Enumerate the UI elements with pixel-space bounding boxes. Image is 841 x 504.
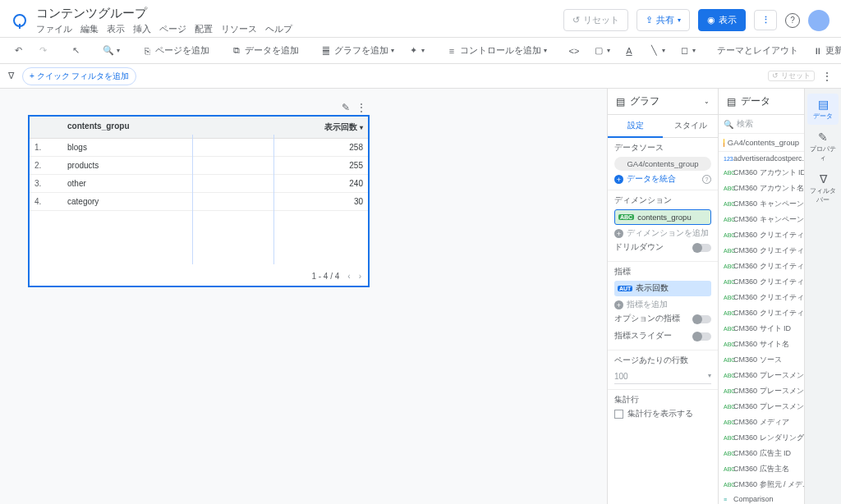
view-button[interactable]: ◉表示 <box>698 9 746 31</box>
reset-button[interactable]: ↺リセット <box>563 9 628 31</box>
text-button[interactable]: A <box>619 43 639 59</box>
quick-filter-button[interactable]: + クイック フィルタを追加 <box>22 67 136 85</box>
more-button[interactable]: ⋮ <box>754 10 777 30</box>
add-dimension-button[interactable]: +ディメンションを追加 <box>614 228 711 239</box>
filter-more-icon[interactable]: ⋮ <box>821 70 833 83</box>
field-item[interactable]: ≡Comparison <box>719 493 804 504</box>
menu-insert[interactable]: 挿入 <box>133 23 151 35</box>
field-item[interactable]: ABCCM360 プレースメン... <box>719 399 804 415</box>
redo-button[interactable]: ↷ <box>33 43 53 59</box>
field-item[interactable]: 123advertiseradcostperc... <box>719 152 804 165</box>
chart-more-icon[interactable]: ⋮ <box>356 102 366 113</box>
field-item[interactable]: ABCCM360 クリエイティ... <box>719 243 804 259</box>
theme-button[interactable]: テーマとレイアウト <box>713 42 802 59</box>
embed-button[interactable]: <> <box>564 43 584 59</box>
field-item[interactable]: ABCCM360 クリエイティ... <box>719 290 804 305</box>
shape-button[interactable]: ◻▾ <box>674 43 700 59</box>
field-item[interactable]: ABCCM360 メディア <box>719 415 804 430</box>
field-item[interactable]: ABCCM360 サイト ID <box>719 321 804 337</box>
filter-icon: ∇ <box>8 71 14 81</box>
field-type-icon: ABC <box>724 482 730 488</box>
blend-data-button[interactable]: +データを統合? <box>614 174 711 185</box>
menu-resource[interactable]: リソース <box>221 23 257 35</box>
table-row[interactable]: 1.blogs258 <box>30 139 368 157</box>
field-item[interactable]: ABCCM360 広告主名 <box>719 461 804 477</box>
menu-page[interactable]: ページ <box>159 23 186 35</box>
undo-button[interactable]: ↶ <box>8 43 28 59</box>
data-table[interactable]: contents_gropu 表示回数▾ 1.blogs2582.product… <box>28 115 370 287</box>
chart-panel-title: グラフ <box>630 94 659 108</box>
zoom-tool[interactable]: 🔍▾ <box>99 43 124 59</box>
summary-checkbox[interactable]: 集計行を表示する <box>614 409 711 419</box>
field-item[interactable]: ABCCM360 プレースメン... <box>719 368 804 383</box>
help-icon[interactable]: ? <box>702 175 711 184</box>
field-item[interactable]: ABCCM360 キャンペーン ... <box>719 196 804 212</box>
add-data-button[interactable]: ⧉データを追加 <box>227 42 303 59</box>
field-type-icon: ABC <box>724 326 730 332</box>
add-page-button[interactable]: ⎘ページを追加 <box>137 42 214 59</box>
field-item[interactable]: ABCCM360 クリエイティ... <box>719 227 804 243</box>
report-canvas[interactable]: ✎ ⋮ contents_gropu 表示回数▾ 1.blogs2582.pro… <box>0 89 608 504</box>
chart-type-icon[interactable]: ▤ <box>616 96 625 108</box>
field-search[interactable]: 🔍検索 <box>719 115 804 134</box>
field-item[interactable]: ABCCM360 アカウント名 <box>719 181 804 196</box>
menu-view[interactable]: 表示 <box>107 23 125 35</box>
add-metric-button[interactable]: +指標を追加 <box>614 300 711 310</box>
rows-per-page-select[interactable]: 100▾ <box>614 369 711 384</box>
optional-metric-toggle[interactable] <box>693 315 711 323</box>
tab-style[interactable]: スタイル <box>663 115 718 137</box>
field-item[interactable]: ABCCM360 サイト名 <box>719 337 804 352</box>
rail-data[interactable]: ▤データ <box>807 94 839 125</box>
table-row[interactable]: 3.other240 <box>30 175 368 193</box>
chart-type-dropdown[interactable]: ⌄ <box>704 98 710 105</box>
field-item[interactable]: ABCCM360 キャンペーン名 <box>719 212 804 227</box>
pause-refresh-button[interactable]: ⏸更新を一時停止 <box>807 42 841 59</box>
data-panel-title: データ <box>741 94 770 108</box>
field-item[interactable]: ABCCM360 ソース <box>719 352 804 368</box>
metric-field[interactable]: AUT表示回数 <box>614 281 711 296</box>
field-item[interactable]: ABCCM360 クリエイティ... <box>719 305 804 321</box>
field-type-icon: ABC <box>724 217 730 222</box>
drilldown-label: ドリルダウン <box>614 242 664 253</box>
dimension-field[interactable]: ABCcontents_gropu <box>614 209 711 225</box>
field-item[interactable]: ABCCM360 レンダリング ... <box>719 430 804 446</box>
select-tool[interactable]: ↖ <box>66 43 85 59</box>
help-icon[interactable]: ? <box>785 13 800 28</box>
field-item[interactable]: ABCCM360 参照元 / メデ... <box>719 477 804 493</box>
drilldown-toggle[interactable] <box>693 244 711 252</box>
pager-next[interactable]: › <box>359 272 361 281</box>
metric-slider-toggle[interactable] <box>693 332 711 341</box>
rail-properties[interactable]: ✎プロパティ <box>807 126 839 167</box>
line-button[interactable]: ╲▾ <box>644 43 669 59</box>
logo-icon <box>13 14 26 27</box>
menu-edit[interactable]: 編集 <box>80 23 99 35</box>
menu-help[interactable]: ヘルプ <box>265 23 292 35</box>
field-type-icon: ABC <box>724 170 730 176</box>
add-control-button[interactable]: ≡コントロールを追加▾ <box>442 42 551 59</box>
field-item[interactable]: ABCCM360 クリエイティ... <box>719 274 804 290</box>
dimension-label: ディメンション <box>614 195 711 206</box>
share-button[interactable]: ⇪共有▾ <box>636 9 690 31</box>
dim-header[interactable]: contents_gropu <box>62 117 297 138</box>
field-item[interactable]: ABCCM360 プレースメン... <box>719 383 804 399</box>
pager-prev[interactable]: ‹ <box>347 272 350 281</box>
table-row[interactable]: 2.products255 <box>30 157 368 175</box>
datasource-chip[interactable]: GA4/contents_group <box>614 157 711 171</box>
menu-arrange[interactable]: 配置 <box>195 23 213 35</box>
field-type-icon: ABC <box>724 295 730 300</box>
edit-chart-icon[interactable]: ✎ <box>342 102 350 113</box>
add-chart-button[interactable]: ䷀グラフを追加▾ <box>316 42 398 59</box>
field-item[interactable]: ABCCM360 広告主 ID <box>719 446 804 461</box>
field-item[interactable]: ABCCM360 クリエイティ... <box>719 259 804 274</box>
image-button[interactable]: ▢▾ <box>589 43 614 59</box>
filter-reset-button[interactable]: ↺ リセット <box>768 71 815 82</box>
community-viz-button[interactable]: ✦▾ <box>403 43 429 59</box>
tab-settings[interactable]: 設定 <box>608 115 663 138</box>
rail-filter[interactable]: ∇フィルタバー <box>807 168 839 208</box>
menu-file[interactable]: ファイル <box>36 23 72 35</box>
data-source-item[interactable]: GA4/contents_group <box>719 134 804 152</box>
field-item[interactable]: ABCCM360 アカウント ID <box>719 165 804 181</box>
avatar[interactable] <box>808 10 830 31</box>
table-row[interactable]: 4.category30 <box>30 193 368 211</box>
metric-header[interactable]: 表示回数▾ <box>297 117 368 138</box>
